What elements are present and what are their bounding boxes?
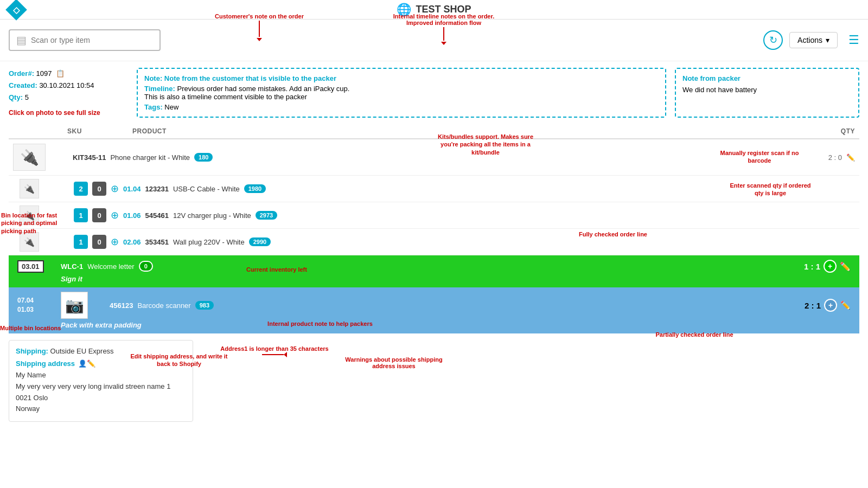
green-edit-icon[interactable]: ✏️ — [840, 261, 851, 272]
info-notes-row: Order#: 1097 📋 Created: 30.10.2021 10:54… — [0, 61, 868, 124]
sub-name-wallplug: Wall plug 220V - White — [173, 238, 245, 246]
packer-note-title: Note from packer — [682, 74, 852, 82]
qty-btn-teal-charger[interactable]: 1 — [74, 208, 88, 222]
header-image — [13, 127, 67, 135]
sub-item-wallplug: 🔌 1 0 ⊕ 02.06 353451 Wall plug 220V - Wh… — [9, 229, 859, 255]
sub-stock-wallplug: 2990 — [249, 237, 271, 246]
annotation-customer-note: Customerer's note on the order — [210, 13, 308, 41]
annotation-address-long: Address1 is longer than 35 characters — [220, 345, 329, 357]
blue-name: Barcode scanner — [137, 301, 190, 310]
customer-note-box: Note: Note from the customer that is vis… — [137, 68, 666, 118]
products-table: SKU PRODUCT QTY 🔌 KIT345-11 Phone charge… — [0, 124, 868, 333]
product-thumbnail[interactable]: 🔌 — [13, 144, 46, 171]
address-country: Norway — [16, 403, 186, 415]
sub-sku-charger: 545461 — [145, 211, 169, 220]
qty-btn-zero-usbc[interactable]: 0 — [92, 182, 106, 196]
kit-qty: 2 : 0 ✏️ — [801, 153, 855, 162]
timeline-text2: This is also a timeline comment visible … — [144, 93, 659, 101]
order-details: Order#: 1097 📋 Created: 30.10.2021 10:54… — [9, 68, 128, 104]
tags-value: New — [164, 103, 178, 111]
address-street: My very very very very long invalid stre… — [16, 381, 186, 393]
green-name: Welcome letter — [87, 262, 134, 271]
blue-plus-btn[interactable]: + — [824, 299, 837, 312]
refresh-button[interactable]: ↻ — [763, 30, 783, 50]
timeline-text: Previous order had some mistakes. Add an… — [177, 85, 349, 93]
green-sub-text: Sign it — [61, 273, 851, 283]
kit-stock-badge: 180 — [194, 153, 213, 162]
qty-label: Qty: — [9, 93, 23, 101]
actions-button[interactable]: Actions ▾ — [789, 32, 838, 48]
qty-plus-wallplug[interactable]: ⊕ — [111, 236, 119, 248]
click-photo-note[interactable]: Click on photo to see full size — [9, 109, 128, 117]
timeline-label: Timeline: — [144, 85, 175, 93]
header-product: PRODUCT — [132, 127, 801, 135]
shipping-box: Shipping: Outside EU Express Shipping ad… — [9, 340, 193, 422]
qty-btn-zero-charger[interactable]: 0 — [92, 208, 106, 222]
sub-sku-wallplug: 353451 — [145, 238, 169, 246]
tags-label: Tags: — [144, 103, 163, 111]
blue-row-scanner: 07.04 01.03 📷 456123 Barcode scanner 983… — [9, 287, 859, 333]
blue-qty: 2 : 1 + ✏️ — [786, 299, 851, 312]
sub-thumb-usbc[interactable]: 🔌 — [20, 179, 39, 198]
blue-sub-text: Pack with extra padding — [61, 319, 851, 329]
qty-plus-usbc[interactable]: ⊕ — [111, 183, 119, 195]
created-label: Created: — [9, 81, 37, 89]
order-number: 1097 — [36, 69, 52, 78]
shipping-address-title: Shipping address 👤✏️ — [16, 359, 186, 368]
blue-bin-loc: 07.04 01.03 — [17, 296, 61, 314]
shipping-type: Outside EU Express — [50, 347, 114, 355]
scan-input-wrapper[interactable]: ▤ — [9, 29, 161, 51]
copy-icon[interactable]: 📋 — [56, 69, 65, 78]
note-text: Note from the customer that is visible t… — [164, 74, 336, 82]
packer-note-box: Note from packer We did not have battery — [675, 68, 859, 118]
green-bin-loc: 03.01 — [17, 260, 44, 273]
kit-edit-icon[interactable]: ✏️ — [846, 153, 855, 162]
barcode-icon: ▤ — [16, 34, 27, 47]
qty-btn-zero-wallplug[interactable]: 0 — [92, 235, 106, 249]
annotation-warnings: Warnings about possible shipping address… — [340, 356, 448, 369]
packer-note-text: We did not have battery — [682, 86, 852, 94]
qty-btn-teal-wallplug[interactable]: 1 — [74, 235, 88, 249]
actions-arrow: ▾ — [826, 36, 829, 44]
header-sku: SKU — [67, 127, 132, 135]
sub-thumb-wallplug[interactable]: 🔌 — [20, 232, 39, 252]
sub-stock-charger: 2973 — [256, 211, 277, 220]
blue-qty-value: 2 : 1 — [805, 301, 821, 310]
qty-btn-teal-usbc[interactable]: 2 — [74, 182, 88, 196]
actions-label: Actions — [797, 36, 822, 44]
green-row-welcome: 03.01 WLC-1 Welcome letter 0 1 : 1 + ✏️ … — [9, 255, 859, 287]
menu-button[interactable]: ☰ — [848, 33, 859, 47]
edit-address-icon[interactable]: 👤✏️ — [78, 359, 95, 368]
table-header: SKU PRODUCT QTY — [9, 124, 859, 139]
green-plus-btn[interactable]: + — [824, 260, 837, 273]
sub-name-usbc: USB-C Cable - White — [173, 185, 240, 193]
blue-stock: 983 — [195, 301, 214, 310]
bin-location-usbc: 01.04 — [123, 185, 141, 193]
shipping-section: Shipping: Outside EU Express Shipping ad… — [0, 333, 868, 428]
sub-thumb-charger[interactable]: 🔌 — [20, 206, 39, 225]
green-qty: 1 : 1 + ✏️ — [786, 260, 851, 273]
sub-stock-usbc: 1980 — [244, 184, 266, 193]
qty-value: 5 — [25, 93, 29, 101]
notes-area: Note: Note from the customer that is vis… — [137, 68, 859, 118]
blue-edit-icon[interactable]: ✏️ — [840, 300, 851, 310]
top-bar: ▤ Customerer's note on the order Interna… — [0, 20, 868, 61]
created-value: 30.10.2021 10:54 — [39, 81, 94, 89]
order-info-panel: Order#: 1097 📋 Created: 30.10.2021 10:54… — [9, 68, 128, 118]
address-postal: 0021 Oslo — [16, 393, 186, 404]
blue-thumb[interactable]: 📷 — [61, 292, 88, 319]
scan-input[interactable] — [31, 36, 153, 44]
sub-name-charger: 12V charger plug - White — [173, 211, 251, 220]
blue-sku: 456123 — [110, 301, 133, 310]
qty-plus-charger[interactable]: ⊕ — [111, 209, 119, 221]
bin-location-wallplug: 02.06 — [123, 238, 141, 246]
kit-qty-value: 2 : 0 — [828, 153, 842, 162]
app-logo: ◇ — [9, 2, 24, 17]
sub-item-usbc: 🔌 2 0 ⊕ 01.04 123231 USB-C Cable - White… — [9, 176, 859, 202]
shipping-address: My Name My very very very very long inva… — [16, 370, 186, 415]
annotation-timeline: Internal timeline notes on the order. Im… — [384, 13, 503, 45]
kit-name: Phone charger kit - White — [110, 153, 190, 162]
shipping-label: Shipping: — [16, 347, 48, 355]
note-label: Note: — [144, 74, 162, 82]
kit-sku: KIT345-11 — [73, 153, 106, 162]
